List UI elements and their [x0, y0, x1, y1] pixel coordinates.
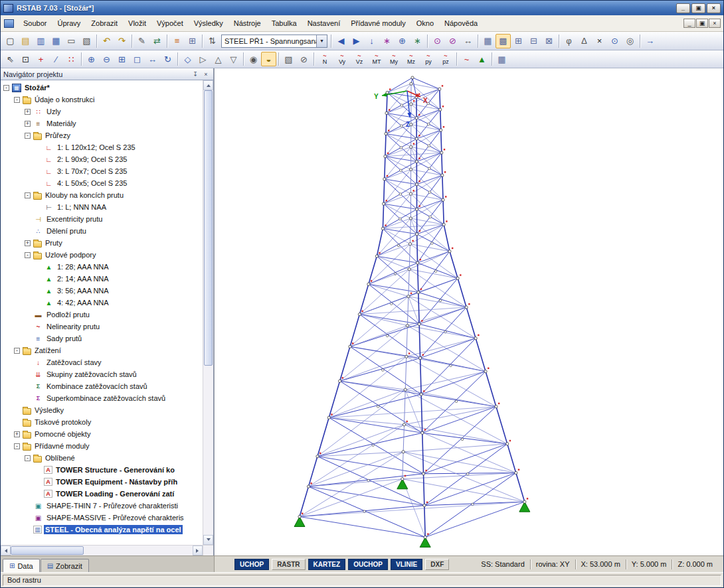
collapse-icon[interactable]: - — [25, 192, 31, 198]
collapse-icon[interactable]: - — [14, 348, 20, 354]
mdi-restore-button[interactable]: ▣ — [696, 19, 708, 28]
collapse-icon[interactable]: - — [25, 133, 31, 139]
collapse-icon[interactable]: - — [25, 252, 31, 258]
toolbar-button-renumber[interactable]: ⇅ — [205, 34, 220, 48]
hscroll-thumb[interactable] — [11, 546, 84, 555]
toolbar-button-rotate-tool[interactable]: φ — [561, 34, 577, 48]
tree-item[interactable]: +Pomocné objekty — [1, 428, 203, 440]
pin-icon[interactable]: ↧ — [191, 70, 200, 78]
module-selector-combo[interactable]: STEEL PŘ1 - Spannungsana...▼ — [221, 35, 327, 48]
toolbar-button-force-Vz[interactable]: ~Vz — [351, 52, 368, 66]
toolbar-button-result-tables[interactable]: ▦ — [494, 52, 509, 66]
toolbar-button-partial-views[interactable]: ▧ — [281, 52, 296, 66]
toolbar-button-view-isometric[interactable]: ◇ — [180, 52, 195, 66]
navigator-vertical-scrollbar[interactable] — [203, 80, 213, 545]
tree-item[interactable]: -Oblíbené — [1, 452, 203, 464]
toolbar-button-support-reactions[interactable]: ▲ — [474, 52, 490, 66]
toolbar-button-force-Vy[interactable]: ~Vy — [333, 52, 351, 66]
tree-item[interactable]: ▲2: 14; AAA NNA — [1, 273, 203, 285]
toolbar-button-object-info[interactable]: ⊙ — [607, 34, 622, 48]
toolbar-button-printout-report[interactable]: ✎ — [134, 34, 149, 48]
tree-item[interactable]: ▲4: 42; AAA NNA — [1, 297, 203, 309]
toggle-ouchop[interactable]: OUCHOP — [348, 559, 388, 570]
tree-item[interactable]: ▲3: 56; AAA NNA — [1, 285, 203, 297]
toggle-uchop[interactable]: UCHOP — [234, 559, 269, 570]
toolbar-button-zoom-all[interactable]: ◻ — [130, 52, 145, 66]
tree-item[interactable]: Výsledky — [1, 404, 203, 416]
hscroll-track[interactable] — [11, 546, 193, 555]
close-panel-icon[interactable]: × — [201, 70, 211, 78]
menu-nastaven[interactable]: Nastavení — [302, 17, 346, 29]
toolbar-button-work-plane-yz[interactable]: ⊠ — [541, 34, 557, 48]
menu-okno[interactable]: Okno — [411, 17, 439, 29]
toolbar-button-snap-points[interactable]: ∷ — [64, 52, 79, 66]
tree-item[interactable]: Tiskové protokoly — [1, 416, 203, 428]
minimize-button[interactable]: _ — [676, 3, 690, 13]
navigator-horizontal-scrollbar[interactable] — [1, 545, 213, 555]
tree-item[interactable]: ⊢1: L; NNN NAA — [1, 201, 203, 213]
tree-item[interactable]: -Údaje o konstrukci — [1, 94, 203, 106]
tree-item[interactable]: +Pruty — [1, 237, 203, 249]
tree-item[interactable]: ∴Dělení prutu — [1, 225, 203, 237]
toolbar-button-select-pointer[interactable]: ⇖ — [3, 52, 18, 66]
toolbar-button-render-mode[interactable]: ◒ — [261, 52, 276, 66]
toolbar-button-view-in-x[interactable]: ▷ — [195, 52, 211, 66]
toggle-dxf[interactable]: DXF — [425, 559, 449, 570]
toolbar-button-rotate-view[interactable]: ↻ — [160, 52, 175, 66]
toolbar-button-calc-previous[interactable]: ◀ — [333, 34, 349, 48]
menu-zobrazit[interactable]: Zobrazit — [86, 17, 123, 29]
tree-item[interactable]: ΣSuperkombinace zatěžovacích stavů — [1, 392, 203, 404]
toolbar-button-zoom-window[interactable]: ⊞ — [114, 52, 130, 66]
mdi-minimize-button[interactable]: _ — [683, 19, 695, 28]
toolbar-button-grid[interactable]: ▦ — [480, 34, 496, 48]
toolbar-button-pan-view[interactable]: ↔ — [145, 52, 160, 66]
tree-item[interactable]: -Klouby na koncích prutu — [1, 189, 203, 201]
mdi-document-icon[interactable] — [4, 19, 14, 28]
toolbar-button-undo[interactable]: ↶ — [99, 34, 114, 48]
toolbar-button-view-in-z[interactable]: ▽ — [226, 52, 241, 66]
tree-item[interactable]: ⊣Excentricity prutu — [1, 213, 203, 225]
scroll-left-icon[interactable] — [1, 546, 11, 555]
mdi-close-button[interactable]: × — [709, 19, 721, 28]
toolbar-button-save-as[interactable]: ▦ — [48, 34, 64, 48]
tab-zobrazit[interactable]: ▤Zobrazit — [41, 559, 89, 572]
expand-icon[interactable]: + — [25, 240, 31, 246]
toolbar-button-select-window[interactable]: ⊡ — [18, 52, 33, 66]
scroll-right-icon[interactable] — [193, 546, 203, 555]
toolbar-button-delete-tool[interactable]: × — [592, 34, 607, 48]
toolbar-button-snap[interactable]: ▩ — [496, 34, 511, 48]
toggle-vlinie[interactable]: VLINIE — [391, 559, 422, 570]
toolbar-button-section-cut[interactable]: ⊘ — [296, 52, 312, 66]
tree-item[interactable]: ATOWER Structure - Generování ko — [1, 464, 203, 476]
toolbar-button-view-in-y[interactable]: △ — [211, 52, 226, 66]
toolbar-button-show-navigator[interactable]: ⊞ — [185, 34, 200, 48]
toolbar-button-export[interactable]: ⇄ — [149, 34, 165, 48]
toolbar-button-goto-table[interactable]: ↓ — [364, 34, 379, 48]
toolbar-button-visibility-modes[interactable]: ◉ — [246, 52, 261, 66]
toolbar-button-force-py[interactable]: ~py — [420, 52, 437, 66]
toolbar-button-new-file[interactable]: ▢ — [3, 34, 18, 48]
tree-item[interactable]: ~Nelinearity prutu — [1, 321, 203, 332]
toolbar-button-zoom-out[interactable]: ⊖ — [99, 52, 114, 66]
tree-item[interactable]: ▲1: 28; AAA NNA — [1, 261, 203, 273]
toolbar-button-insert-node[interactable]: + — [33, 52, 48, 66]
toolbar-button-show-loads[interactable]: ⊙ — [430, 34, 445, 48]
tree-item[interactable]: ⇊Skupiny zatěžovacích stavů — [1, 368, 203, 380]
vscroll-track[interactable] — [203, 90, 213, 535]
toolbar-button-force-MT[interactable]: ~MT — [368, 52, 385, 66]
toolbar-button-show-tables[interactable]: ≡ — [169, 34, 185, 48]
toolbar-button-force-Mz[interactable]: ~Mz — [403, 52, 420, 66]
toolbar-button-zoom-select[interactable]: ⊕ — [395, 34, 410, 48]
menu-pravy[interactable]: Úpravy — [52, 17, 86, 29]
toolbar-button-force-My[interactable]: ~My — [385, 52, 403, 66]
tree-item[interactable]: -Průřezy — [1, 129, 203, 141]
toggle-rastr[interactable]: RASTR — [272, 559, 305, 570]
tree-item[interactable]: -Zatížení — [1, 344, 203, 356]
tree-item[interactable]: +∷Uzly — [1, 106, 203, 117]
toolbar-button-work-plane-xz[interactable]: ⊟ — [526, 34, 541, 48]
toolbar-button-value-display[interactable]: ∗ — [410, 34, 425, 48]
menu-p-davn-moduly[interactable]: Přídavné moduly — [345, 17, 411, 29]
close-button[interactable]: × — [707, 3, 721, 13]
tree-item[interactable]: ▬Podloží prutu — [1, 309, 203, 321]
toggle-kartez[interactable]: KARTEZ — [308, 559, 346, 570]
